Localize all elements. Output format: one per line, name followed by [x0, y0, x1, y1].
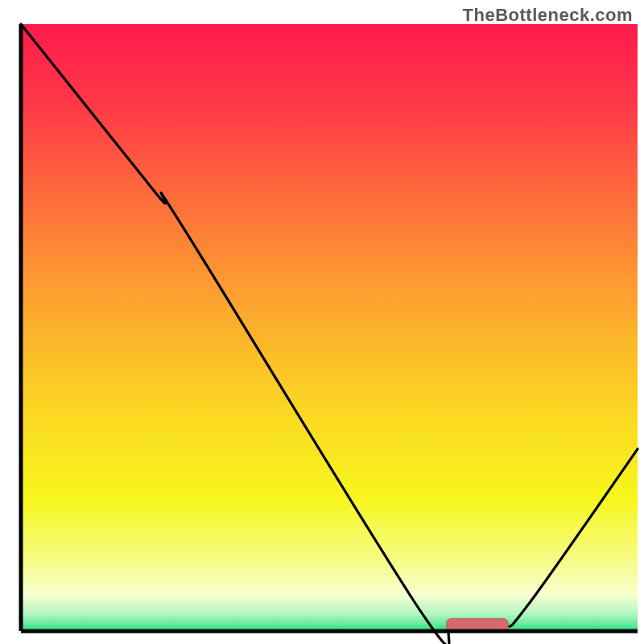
plot-area: [21, 24, 638, 631]
bottleneck-chart: [0, 0, 644, 644]
watermark-text: TheBottleneck.com: [463, 5, 633, 26]
